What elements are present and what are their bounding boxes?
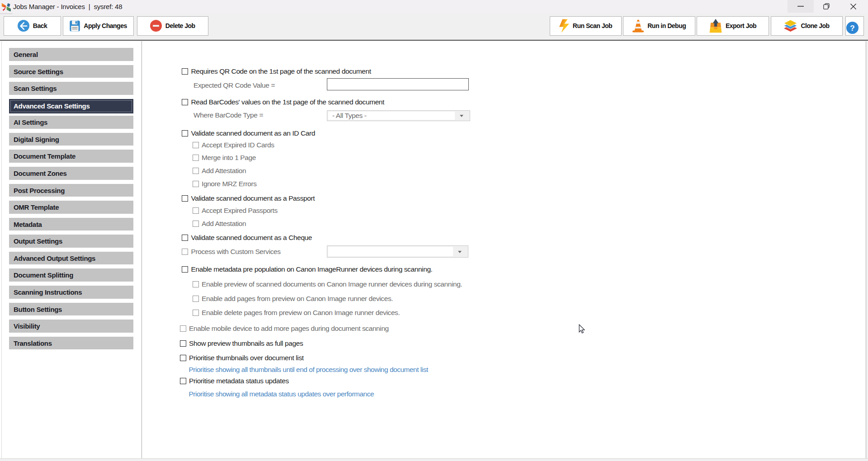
svg-text:?: ? xyxy=(850,24,854,33)
